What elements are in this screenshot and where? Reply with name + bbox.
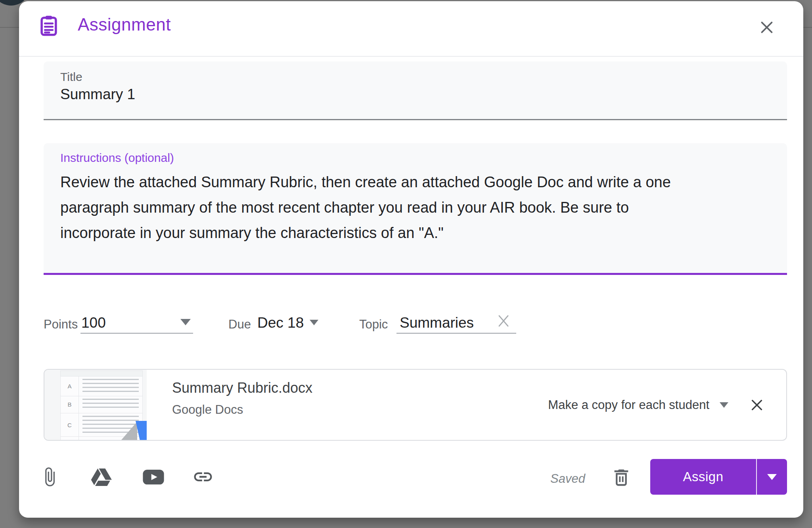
due-dropdown-caret-icon[interactable] [310,320,318,325]
points-label: Points [44,317,78,332]
instructions-label: Instructions (optional) [60,151,174,165]
topic-underline [396,333,516,334]
title-label: Title [60,70,82,84]
topic-clear-icon[interactable] [494,311,513,330]
attachment-filename[interactable]: Summary Rubric.docx [172,380,312,396]
instructions-field[interactable]: Instructions (optional) Review the attac… [44,143,787,275]
youtube-icon[interactable] [141,464,166,490]
assignment-clipboard-icon [37,14,60,37]
points-underline [80,333,193,334]
points-dropdown-caret-icon[interactable] [180,319,191,325]
rubric-preview: A B C [60,371,143,440]
assign-split-button[interactable]: Assign [650,459,787,495]
rubric-grade: B [61,396,79,413]
attachment-type: Google Docs [172,403,243,417]
dialog-title: Assignment [78,15,171,35]
attachment-thumbnail: A B C [44,370,147,440]
title-field[interactable]: Title Summary 1 [44,61,787,120]
title-input[interactable]: Summary 1 [60,86,135,103]
topic-label: Topic [359,317,388,332]
instructions-input[interactable]: Review the attached Summary Rubric, then… [60,169,671,246]
link-icon[interactable] [190,464,216,490]
assignment-dialog: Assignment Title Summary 1 Instructions … [19,1,803,518]
copy-option-label: Make a copy for each student [548,398,709,412]
assign-dropdown-caret-icon[interactable] [757,459,787,495]
assign-button[interactable]: Assign [650,459,756,495]
instructions-line: Review the attached Summary Rubric, then… [60,169,671,195]
copy-option-caret-icon [720,402,728,408]
attachment-card[interactable]: A B C Summary Rubric.docx Google Docs Ma… [44,369,787,441]
rubric-grade: A [61,376,79,396]
google-drive-icon[interactable] [88,464,114,490]
due-value[interactable]: Dec 18 [257,315,304,331]
due-label: Due [228,317,251,332]
instructions-line: paragraph summary of the most recent cha… [60,195,671,220]
instructions-line: incorporate in your summary the characte… [60,220,671,246]
copy-option-dropdown[interactable]: Make a copy for each student [548,370,728,440]
attach-file-icon[interactable] [37,464,62,490]
header-divider [19,56,803,57]
remove-attachment-icon[interactable] [747,370,767,440]
points-value[interactable]: 100 [81,315,106,331]
rubric-grade: C [61,413,79,436]
topic-value[interactable]: Summaries [400,315,474,331]
delete-draft-icon[interactable] [610,466,633,489]
close-icon[interactable] [756,16,778,38]
saved-status: Saved [550,472,585,486]
